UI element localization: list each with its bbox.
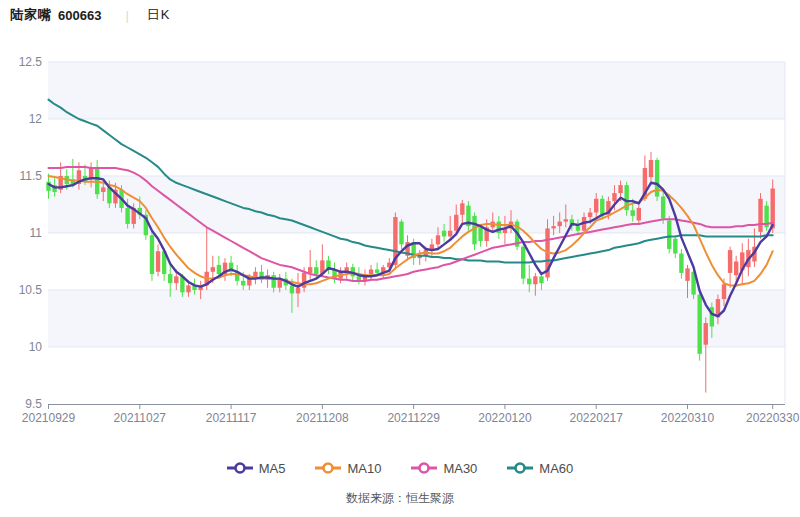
- candle-body: [375, 269, 379, 272]
- ma5-legend-icon: [227, 462, 253, 474]
- candle-body: [558, 222, 562, 227]
- candle-body: [588, 212, 592, 217]
- candle-body: [576, 226, 580, 231]
- y-tick-label: 11.5: [20, 169, 43, 183]
- candle-body: [442, 231, 446, 237]
- candle-body: [211, 267, 215, 272]
- x-tick-label: 20211027: [114, 411, 167, 425]
- candle-body: [631, 210, 635, 216]
- candle-body: [551, 226, 555, 228]
- candle-body: [594, 199, 598, 213]
- candle-body: [612, 193, 616, 201]
- candle-body: [436, 235, 440, 244]
- ma60-legend-icon: [507, 462, 533, 474]
- candle-body: [454, 215, 458, 231]
- legend-item-ma60[interactable]: MA60: [507, 461, 573, 476]
- candle-body: [527, 279, 531, 285]
- candle-body: [241, 281, 245, 286]
- chart-legend: MA5 MA10 MA30 MA60: [0, 456, 800, 480]
- candle-body: [168, 274, 172, 283]
- x-tick-label: 20220310: [661, 411, 715, 425]
- legend-label: MA30: [443, 461, 477, 476]
- candle-body: [704, 323, 708, 345]
- candle-body: [600, 199, 604, 215]
- candle-body: [369, 269, 373, 274]
- stock-chart-window: 陆家嘴 600663 | 日K 202109292021102720211117…: [0, 0, 800, 517]
- plot-band: [48, 176, 785, 233]
- candle-body: [673, 239, 677, 254]
- ma10-legend-icon: [315, 462, 341, 474]
- legend-label: MA10: [347, 461, 381, 476]
- candle-body: [125, 208, 129, 224]
- candle-body: [533, 276, 537, 284]
- candle-body: [539, 276, 543, 283]
- x-tick-label: 20211117: [206, 411, 257, 425]
- candle-body: [649, 160, 653, 177]
- candle-body: [314, 267, 318, 274]
- candle-body: [290, 285, 294, 293]
- kline-chart: 2021092920211027202111172021120820211229…: [0, 0, 800, 434]
- candle-body: [667, 220, 671, 249]
- y-tick-label: 12.5: [19, 55, 43, 69]
- x-tick-label: 20210929: [22, 411, 76, 425]
- candle-body: [637, 208, 641, 221]
- candle-body: [150, 235, 154, 274]
- candle-body: [758, 199, 762, 232]
- candle-body: [217, 265, 221, 274]
- candle-body: [685, 268, 689, 281]
- plot-band: [48, 62, 785, 119]
- candle-body: [728, 250, 732, 273]
- candle-body: [89, 168, 93, 178]
- candle-body: [460, 203, 464, 214]
- candle-body: [95, 167, 99, 194]
- plot-band: [48, 290, 785, 347]
- candle-body: [399, 222, 403, 245]
- y-tick-label: 9.5: [25, 397, 42, 411]
- candle-body: [186, 285, 190, 292]
- candle-body: [156, 251, 160, 272]
- y-tick-label: 10: [29, 340, 43, 354]
- candle-body: [448, 231, 452, 237]
- candle-body: [478, 227, 482, 241]
- y-tick-label: 11: [30, 226, 43, 240]
- x-tick-label: 20220217: [570, 411, 624, 425]
- candle-body: [101, 187, 105, 192]
- x-tick-label: 20211208: [296, 411, 349, 425]
- legend-item-ma30[interactable]: MA30: [411, 461, 477, 476]
- legend-item-ma5[interactable]: MA5: [227, 461, 286, 476]
- x-tick-label: 20211229: [387, 411, 440, 425]
- candle-body: [618, 185, 622, 193]
- candle-body: [734, 262, 738, 276]
- ma30-legend-icon: [411, 462, 437, 474]
- candle-body: [697, 295, 701, 354]
- candle-body: [661, 197, 665, 219]
- candle-body: [302, 273, 306, 288]
- x-tick-label: 20220330: [746, 411, 800, 425]
- y-tick-label: 10.5: [19, 283, 43, 297]
- legend-label: MA60: [539, 461, 573, 476]
- candle-body: [679, 254, 683, 273]
- legend-item-ma10[interactable]: MA10: [315, 461, 381, 476]
- candle-body: [308, 267, 312, 273]
- candle-body: [722, 284, 726, 299]
- legend-label: MA5: [259, 461, 286, 476]
- data-source-note: 数据来源：恒生聚源: [0, 490, 800, 507]
- candle-body: [296, 288, 300, 294]
- candle-body: [564, 219, 568, 221]
- y-tick-label: 12: [29, 112, 43, 126]
- candle-body: [174, 276, 178, 283]
- candle-body: [271, 275, 275, 288]
- x-tick-label: 20220120: [478, 411, 532, 425]
